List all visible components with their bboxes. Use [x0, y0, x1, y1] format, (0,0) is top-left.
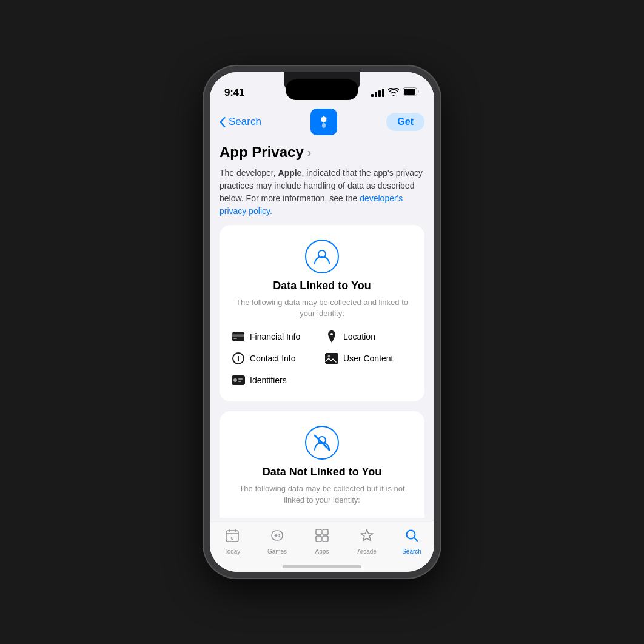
tab-today[interactable]: 6 Today	[214, 528, 250, 555]
svg-text:6: 6	[231, 535, 234, 541]
data-item-identifiers: Identifiers	[232, 374, 319, 387]
svg-rect-6	[233, 338, 237, 339]
games-icon	[270, 528, 284, 546]
linked-card-title: Data Linked to You	[232, 280, 412, 292]
tab-games[interactable]: Games	[259, 528, 295, 555]
data-not-linked-card: Data Not Linked to You The following dat…	[220, 411, 424, 518]
tab-search[interactable]: Search	[394, 528, 430, 555]
svg-point-14	[328, 355, 330, 358]
tab-apps[interactable]: Apps	[304, 528, 340, 555]
data-item-user-content: User Content	[325, 352, 412, 365]
contact-icon: i	[232, 352, 245, 365]
data-item-usage-data: Usage Data	[325, 517, 412, 518]
identifiers-icon	[232, 374, 245, 387]
tab-apps-label: Apps	[315, 548, 329, 555]
tab-today-label: Today	[224, 548, 241, 555]
identifiers-label: Identifiers	[250, 375, 287, 385]
svg-line-20	[315, 435, 329, 450]
svg-rect-1	[404, 89, 415, 95]
privacy-title-text: App Privacy	[220, 144, 304, 161]
contact-label: Contact Info	[250, 354, 296, 363]
privacy-developer: Apple	[278, 168, 302, 178]
signal-bar-4	[382, 89, 384, 97]
signal-bar-1	[371, 94, 374, 97]
tab-arcade-label: Arcade	[357, 548, 377, 555]
svg-point-36	[279, 534, 280, 535]
get-button[interactable]: Get	[386, 113, 424, 131]
app-icon	[310, 109, 337, 135]
data-item-location: Location	[325, 330, 412, 343]
content-area: App Privacy › The developer, Apple, indi…	[210, 141, 434, 518]
tab-search-label: Search	[402, 548, 421, 555]
financial-label: Financial Info	[250, 332, 300, 341]
user-content-label: User Content	[343, 354, 393, 363]
not-linked-card-desc: The following data may be collected but …	[232, 483, 412, 505]
svg-rect-40	[316, 536, 321, 542]
linked-card-desc: The following data may be collected and …	[232, 297, 412, 319]
linked-icon-circle	[305, 240, 339, 273]
status-icons	[371, 87, 420, 98]
location-icon	[325, 330, 338, 343]
svg-point-9	[330, 333, 333, 335]
apps-icon	[315, 528, 329, 546]
svg-point-16	[233, 378, 237, 382]
svg-point-2	[322, 123, 326, 128]
status-time: 9:41	[224, 87, 244, 99]
tab-games-label: Games	[267, 548, 287, 555]
svg-rect-38	[316, 529, 321, 535]
privacy-title: App Privacy ›	[220, 144, 424, 161]
linked-data-grid: Financial Info Location	[232, 330, 412, 387]
svg-rect-17	[238, 378, 243, 380]
not-linked-data-grid: Search History Usage Data	[232, 517, 412, 518]
wifi-icon	[388, 88, 399, 98]
tab-bar: 6 Today Games	[210, 522, 434, 572]
not-linked-card-title: Data Not Linked to You	[232, 466, 412, 478]
usage-data-icon	[325, 517, 338, 518]
dynamic-island	[286, 79, 358, 100]
signal-bars	[371, 89, 384, 97]
signal-bar-3	[378, 90, 381, 97]
financial-icon	[232, 330, 245, 343]
svg-rect-39	[323, 529, 328, 535]
search-tab-icon	[404, 528, 419, 546]
svg-rect-8	[232, 334, 244, 335]
svg-rect-41	[323, 536, 328, 542]
today-icon: 6	[225, 528, 240, 546]
svg-rect-18	[238, 381, 241, 382]
home-indicator	[283, 565, 361, 568]
data-item-contact: i Contact Info	[232, 352, 319, 365]
not-linked-icon-circle	[305, 426, 339, 460]
location-label: Location	[343, 332, 375, 341]
privacy-desc-before: The developer,	[220, 168, 278, 178]
privacy-header: App Privacy › The developer, Apple, indi…	[220, 141, 424, 225]
search-history-icon	[232, 517, 245, 518]
data-item-financial: Financial Info	[232, 330, 319, 343]
nav-bar: Search Get	[210, 105, 434, 141]
svg-text:i: i	[237, 354, 240, 363]
screen: 9:41	[210, 72, 434, 572]
svg-point-37	[279, 536, 280, 537]
tab-arcade[interactable]: Arcade	[349, 528, 385, 555]
battery-icon	[403, 87, 420, 98]
privacy-chevron-icon[interactable]: ›	[307, 146, 312, 159]
privacy-description: The developer, Apple, indicated that the…	[220, 167, 424, 218]
signal-bar-2	[375, 92, 377, 97]
app-icon-container	[261, 109, 386, 135]
phone-frame: 9:41	[204, 66, 440, 578]
arcade-icon	[360, 528, 374, 546]
data-linked-card: Data Linked to You The following data ma…	[220, 225, 424, 401]
svg-line-43	[414, 538, 417, 541]
user-content-icon	[325, 352, 338, 365]
back-button[interactable]: Search	[220, 116, 261, 128]
data-item-search-history: Search History	[232, 517, 319, 518]
back-label: Search	[229, 116, 261, 128]
